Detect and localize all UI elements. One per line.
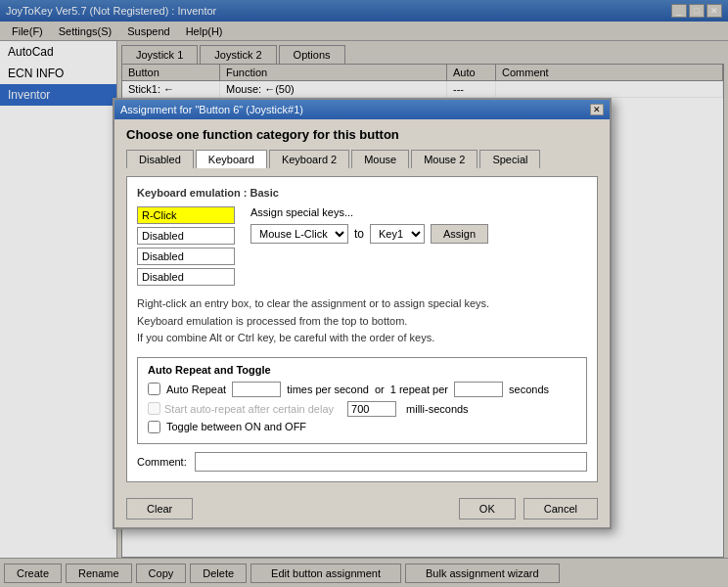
delay-checkbox bbox=[148, 402, 160, 415]
info-text: Right-click an entry box, to clear the a… bbox=[137, 295, 587, 347]
clear-button[interactable]: Clear bbox=[126, 498, 193, 519]
auto-repeat-section: Auto Repeat and Toggle Auto Repeat times… bbox=[137, 357, 587, 444]
panel-label: Keyboard emulation : Basic bbox=[137, 187, 587, 199]
repeat-label: 1 repeat per bbox=[390, 384, 448, 395]
times-input[interactable] bbox=[232, 382, 281, 397]
delay-label: Start auto-repeat after certain delay bbox=[148, 402, 334, 415]
modal-title-bar: Assignment for "Button 6" (Joystick#1) ✕ bbox=[114, 100, 610, 119]
modal-heading: Choose one function category for this bu… bbox=[126, 127, 598, 142]
info-line-3: If you combine Alt or Ctrl key, be caref… bbox=[137, 330, 587, 347]
modal-tab-keyboard2[interactable]: Keyboard 2 bbox=[269, 150, 349, 168]
modal-tab-keyboard[interactable]: Keyboard bbox=[196, 150, 267, 168]
modal-tab-bar: Disabled Keyboard Keyboard 2 Mouse Mouse… bbox=[126, 150, 598, 168]
assign-section: Assign special keys... Mouse L-Click to … bbox=[250, 206, 587, 286]
cancel-button[interactable]: Cancel bbox=[523, 498, 598, 519]
panel-inner: R-Click Disabled Disabled Disabled Assig… bbox=[137, 206, 587, 286]
auto-repeat-title: Auto Repeat and Toggle bbox=[148, 364, 576, 376]
footer-right-buttons: OK Cancel bbox=[459, 498, 598, 519]
modal-close-button[interactable]: ✕ bbox=[590, 104, 604, 115]
modal-body: Choose one function category for this bu… bbox=[114, 119, 610, 490]
ok-button[interactable]: OK bbox=[459, 498, 516, 519]
modal-overlay: Assignment for "Button 6" (Joystick#1) ✕… bbox=[0, 0, 728, 587]
key-item-1[interactable]: Disabled bbox=[137, 227, 235, 245]
modal-tab-mouse2[interactable]: Mouse 2 bbox=[411, 150, 478, 168]
info-line-1: Right-click an entry box, to clear the a… bbox=[137, 295, 587, 313]
auto-repeat-row3: Toggle between ON and OFF bbox=[148, 421, 576, 433]
assign-from-select[interactable]: Mouse L-Click bbox=[250, 224, 348, 244]
modal-dialog: Assignment for "Button 6" (Joystick#1) ✕… bbox=[113, 98, 612, 529]
auto-repeat-checkbox[interactable] bbox=[148, 383, 160, 395]
assign-button[interactable]: Assign bbox=[431, 224, 488, 244]
toggle-checkbox[interactable] bbox=[148, 421, 160, 433]
comment-label: Comment: bbox=[137, 456, 187, 468]
comment-row: Comment: bbox=[137, 452, 587, 472]
key-item-3[interactable]: Disabled bbox=[137, 268, 235, 286]
auto-repeat-row2: Start auto-repeat after certain delay mi… bbox=[148, 401, 576, 417]
assign-to-label: to bbox=[354, 227, 364, 241]
comment-input[interactable] bbox=[195, 452, 587, 472]
toggle-label: Toggle between ON and OFF bbox=[166, 421, 306, 432]
milli-input[interactable] bbox=[347, 401, 396, 417]
auto-repeat-row1: Auto Repeat times per second or 1 repeat… bbox=[148, 382, 576, 397]
auto-repeat-label: Auto Repeat bbox=[166, 384, 226, 395]
keyboard-panel: Keyboard emulation : Basic R-Click Disab… bbox=[126, 176, 598, 482]
key-item-2[interactable]: Disabled bbox=[137, 248, 235, 265]
info-line-2: Keyboard emulation is processed from the… bbox=[137, 313, 587, 331]
seconds-label: seconds bbox=[509, 384, 549, 395]
milli-suffix: milli-seconds bbox=[406, 403, 469, 415]
modal-tab-special[interactable]: Special bbox=[479, 150, 540, 168]
key-item-0[interactable]: R-Click bbox=[137, 206, 235, 224]
modal-tab-mouse[interactable]: Mouse bbox=[351, 150, 409, 168]
assign-row: Mouse L-Click to Key1 Assign bbox=[250, 224, 587, 244]
assign-label: Assign special keys... bbox=[250, 206, 587, 218]
assign-key-select[interactable]: Key1 bbox=[370, 224, 425, 244]
modal-tab-disabled[interactable]: Disabled bbox=[126, 150, 194, 168]
seconds-input[interactable] bbox=[454, 382, 503, 397]
or-label: or bbox=[375, 384, 385, 395]
modal-title: Assignment for "Button 6" (Joystick#1) bbox=[120, 104, 303, 115]
key-list: R-Click Disabled Disabled Disabled bbox=[137, 206, 235, 286]
modal-footer: Clear OK Cancel bbox=[114, 490, 610, 527]
times-label: times per second bbox=[287, 384, 369, 395]
